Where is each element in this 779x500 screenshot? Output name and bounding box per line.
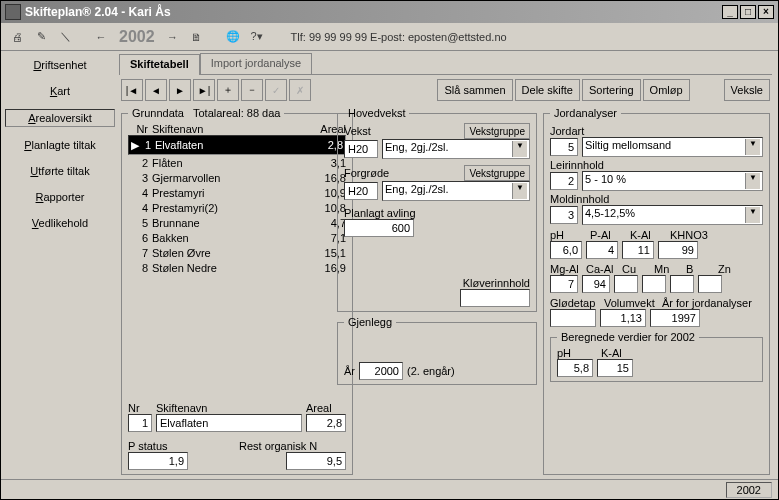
volvekt-input[interactable] (600, 309, 646, 327)
beregn-ph-input[interactable] (557, 359, 593, 377)
forgrode-code-input[interactable] (344, 182, 378, 200)
sidebar-item-rapporter[interactable]: Rapporter (5, 189, 115, 205)
gjenlegg-aar-input[interactable] (359, 362, 403, 380)
app-window: Skifteplan® 2.04 - Kari Ås _ □ × 🖨 ✎ ＼ ←… (0, 0, 779, 500)
table-row[interactable]: 4Prestamyri(2)10,8 (128, 200, 346, 215)
sidebar-item-kart[interactable]: Kart (5, 83, 115, 99)
first-record-button[interactable]: |◄ (121, 79, 143, 101)
sidebar: Driftsenhet Kart Arealoversikt Planlagte… (1, 51, 119, 479)
caal-input[interactable] (582, 275, 610, 293)
table-row[interactable]: ▶1Elvaflaten2,8 (128, 135, 346, 155)
tabs: Skiftetabell Import jordanalyse (119, 53, 772, 75)
veksle-button[interactable]: Veksle (724, 79, 770, 101)
col-nr: Nr (128, 123, 152, 135)
year-prev-icon[interactable]: ← (91, 27, 111, 47)
nr-input[interactable] (128, 414, 152, 432)
zn-input[interactable] (698, 275, 722, 293)
dele-skifte-button[interactable]: Dele skifte (515, 79, 580, 101)
slaa-sammen-button[interactable]: Slå sammen (437, 79, 512, 101)
b-label: B (686, 263, 693, 275)
engaar-label: (2. engår) (407, 365, 455, 377)
jord-aar-input[interactable] (650, 309, 700, 327)
prev-record-button[interactable]: ◄ (145, 79, 167, 101)
restn-label: Rest organisk N (239, 440, 346, 452)
table-row[interactable]: 3Gjermarvollen16,8 (128, 170, 346, 185)
vekst-label: Vekst (344, 125, 460, 137)
sidebar-item-utforte[interactable]: Utførte tiltak (5, 163, 115, 179)
tab-import[interactable]: Import jordanalyse (200, 53, 313, 74)
mgal-label: Mg-Al (550, 263, 579, 275)
beregn-ph-label: pH (557, 347, 571, 359)
jordart-label: Jordart (550, 125, 763, 137)
sidebar-item-driftsenhet[interactable]: Driftsenhet (5, 57, 115, 73)
beregn-kal-input[interactable] (597, 359, 633, 377)
sidebar-item-arealoversikt[interactable]: Arealoversikt (5, 109, 115, 127)
hovedvekst-group: Hovedvekst VekstVekstgruppe Eng, 2gj./2s… (337, 107, 537, 312)
table-row[interactable]: 8Stølen Nedre16,9 (128, 260, 346, 275)
ph-input[interactable] (550, 241, 582, 259)
brush-icon[interactable]: ＼ (55, 27, 75, 47)
mold-select[interactable]: 4,5-12,5%▼ (582, 205, 763, 225)
last-record-button[interactable]: ►| (193, 79, 215, 101)
pal-input[interactable] (586, 241, 618, 259)
doc-icon[interactable]: 🗎 (187, 27, 207, 47)
col-navn: Skiftenavn (152, 123, 310, 135)
leir-code-input[interactable] (550, 172, 578, 190)
kal-input[interactable] (622, 241, 654, 259)
glodetap-input[interactable] (550, 309, 596, 327)
cu-input[interactable] (614, 275, 638, 293)
vekst-select[interactable]: Eng, 2gj./2sl.▼ (382, 139, 530, 159)
sidebar-item-vedlikehold[interactable]: Vedlikehold (5, 215, 115, 231)
leir-select[interactable]: 5 - 10 %▼ (582, 171, 763, 191)
hovedvekst-legend: Hovedvekst (344, 107, 409, 119)
glodetap-label: Glødetap (550, 297, 595, 309)
skiftenavn-input[interactable] (156, 414, 302, 432)
delete-record-button[interactable]: － (241, 79, 263, 101)
forgrode-select[interactable]: Eng, 2gj./2sl.▼ (382, 181, 530, 201)
mn-input[interactable] (642, 275, 666, 293)
forgrode-label: Forgrøde (344, 167, 460, 179)
mold-code-input[interactable] (550, 206, 578, 224)
vekst-code-input[interactable] (344, 140, 378, 158)
khno3-label: KHNO3 (670, 229, 708, 241)
pstatus-input[interactable] (128, 452, 188, 470)
grunndata-group: Grunndata Totalareal: 88 daa Nr Skiftena… (121, 107, 353, 475)
gjenlegg-legend: Gjenlegg (344, 316, 396, 328)
klover-label: Kløverinnhold (463, 277, 530, 289)
maximize-button[interactable]: □ (740, 5, 756, 19)
minimize-button[interactable]: _ (722, 5, 738, 19)
jordart-code-input[interactable] (550, 138, 578, 156)
sortering-button[interactable]: Sortering (582, 79, 641, 101)
next-record-button[interactable]: ► (169, 79, 191, 101)
tool-icon[interactable]: ✎ (31, 27, 51, 47)
table-row[interactable]: 4Prestamyri10,9 (128, 185, 346, 200)
globe-icon[interactable]: 🌐 (223, 27, 243, 47)
year-display: 2002 (115, 28, 159, 46)
klover-input[interactable] (460, 289, 530, 307)
tab-skiftetabell[interactable]: Skiftetabell (119, 54, 200, 75)
sidebar-item-planlagte[interactable]: Planlagte tiltak (5, 137, 115, 153)
volvekt-label: Volumvekt (604, 297, 655, 309)
table-row[interactable]: 7Stølen Øvre15,1 (128, 245, 346, 260)
mgal-input[interactable] (550, 275, 578, 293)
table-row[interactable]: 5Brunnane4,7 (128, 215, 346, 230)
skifte-grid[interactable]: Nr Skiftenavn Areal ▶1Elvaflaten2,82Flåt… (128, 123, 346, 275)
ph-label: pH (550, 229, 564, 241)
jordart-select[interactable]: Siltig mellomsand▼ (582, 137, 763, 157)
year-next-icon[interactable]: → (163, 27, 183, 47)
cancel-edit-button[interactable]: ✗ (289, 79, 311, 101)
table-row[interactable]: 6Bakken7,1 (128, 230, 346, 245)
table-row[interactable]: 2Flåten3,1 (128, 155, 346, 170)
close-button[interactable]: × (758, 5, 774, 19)
khno3-input[interactable] (658, 241, 698, 259)
chevron-down-icon: ▼ (512, 183, 527, 199)
planlagt-input[interactable] (344, 219, 414, 237)
omlop-button[interactable]: Omløp (643, 79, 690, 101)
vekstgruppe-button-2[interactable]: Vekstgruppe (464, 165, 530, 181)
print-icon[interactable]: 🖨 (7, 27, 27, 47)
confirm-button[interactable]: ✓ (265, 79, 287, 101)
b-input[interactable] (670, 275, 694, 293)
help-icon[interactable]: ?▾ (247, 27, 267, 47)
add-record-button[interactable]: ＋ (217, 79, 239, 101)
vekstgruppe-button-1[interactable]: Vekstgruppe (464, 123, 530, 139)
